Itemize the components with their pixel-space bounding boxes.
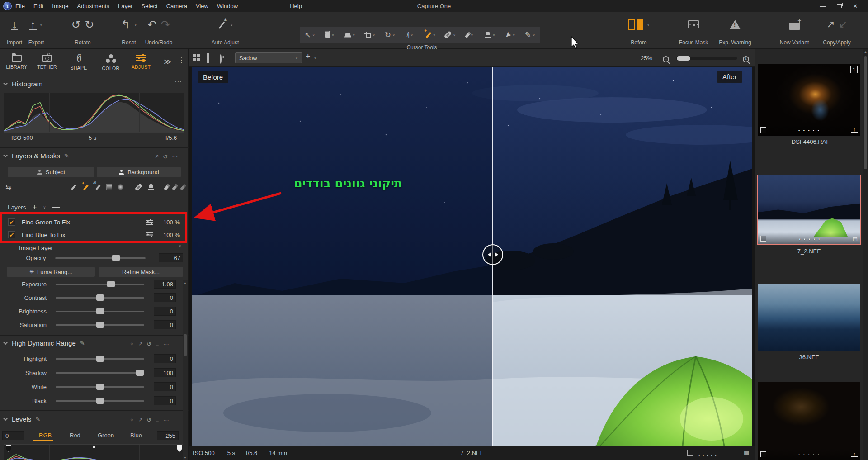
layer-collapse-icon[interactable]: ▼: [178, 244, 182, 248]
levels-min-input[interactable]: 0: [2, 431, 24, 440]
thumb-checkbox[interactable]: [760, 451, 766, 457]
menu-window[interactable]: Window: [217, 3, 238, 9]
scroll-thumb[interactable]: [864, 56, 867, 169]
tab-color[interactable]: COLOR: [97, 52, 125, 71]
filmstrip-scrollbar[interactable]: ▲: [863, 49, 868, 460]
erase-mask-icon[interactable]: [164, 184, 170, 190]
slider-thumb[interactable]: [96, 322, 104, 328]
more-icon[interactable]: ⋯: [163, 417, 169, 423]
slider-thumb[interactable]: [96, 308, 104, 314]
zoom-level[interactable]: 25%: [641, 55, 652, 62]
thumb-rating-dots[interactable]: [766, 126, 851, 134]
menu-edit[interactable]: Edit: [33, 3, 43, 9]
shadow-value[interactable]: 100: [154, 368, 176, 377]
slider-thumb[interactable]: [96, 384, 104, 390]
slider-thumb[interactable]: [107, 281, 115, 287]
panel-scrollbar[interactable]: ▲ ▼: [183, 280, 188, 460]
loupe-tool[interactable]: ∨: [340, 33, 360, 38]
brightness-slider[interactable]: [56, 311, 144, 312]
upload-icon[interactable]: ↑: [851, 451, 858, 457]
image-layer-row[interactable]: Image Layer: [19, 244, 53, 252]
reset-icon[interactable]: ↺: [163, 153, 168, 160]
slider-thumb[interactable]: [136, 370, 144, 376]
auto-wand-icon[interactable]: ✧: [129, 417, 134, 423]
slider-thumb[interactable]: [96, 294, 104, 301]
white-slider[interactable]: [56, 386, 144, 388]
refine-mask-button[interactable]: Refine Mask...: [99, 267, 183, 277]
compare-arrows-icon[interactable]: ⇆: [5, 183, 11, 191]
luma-range-button[interactable]: ✳ Luma Rang...: [7, 267, 95, 277]
thumbnail-dsf4406[interactable]: 1 ↑: [758, 64, 860, 136]
exposure-value[interactable]: 1.08: [154, 280, 176, 289]
magic-brush-tool[interactable]: ∨: [420, 31, 440, 39]
crop-tool[interactable]: ∨: [360, 32, 380, 38]
frame-icon[interactable]: [687, 450, 693, 456]
focus-mask-button[interactable]: Focus Mask: [675, 15, 712, 47]
list-icon[interactable]: ▤: [853, 235, 858, 242]
straighten-tool[interactable]: /|∨: [400, 31, 420, 38]
tab-library[interactable]: LIBRARY: [3, 52, 31, 70]
exposure-slider[interactable]: [56, 284, 144, 285]
heal-tool[interactable]: ∨: [440, 33, 460, 37]
chevron-down-icon[interactable]: ∨: [314, 56, 316, 60]
pin-icon[interactable]: ↗: [138, 341, 142, 347]
auto-wand-icon[interactable]: ✧: [129, 341, 134, 347]
saturation-slider[interactable]: [56, 324, 144, 326]
histogram-more-icon[interactable]: ⋯: [175, 77, 182, 86]
contrast-value[interactable]: 0: [154, 293, 176, 302]
levels-max-input[interactable]: 255: [157, 431, 179, 440]
saturation-value[interactable]: 0: [154, 320, 176, 329]
subject-mask-button[interactable]: Subject: [8, 167, 94, 177]
heal-mask-icon[interactable]: [135, 183, 143, 191]
before-toggle-button[interactable]: ∨ Before: [623, 15, 655, 47]
hdr-header[interactable]: High Dynamic Range ✎: [5, 339, 85, 347]
scroll-up-icon[interactable]: ▲: [864, 50, 867, 53]
remove-layer-icon[interactable]: —: [52, 203, 60, 212]
photo-before-after[interactable]: [192, 67, 752, 446]
zoom-in-button[interactable]: +: [743, 54, 749, 62]
import-button[interactable]: ↓ Import: [4, 15, 25, 47]
menu-select[interactable]: Select: [142, 3, 158, 9]
thumb-checkbox[interactable]: [760, 236, 766, 242]
menu-icon[interactable]: ≡: [156, 341, 159, 347]
pick-tool[interactable]: ➤∨: [500, 30, 520, 40]
list-view-icon[interactable]: ▤: [744, 449, 749, 456]
proof-view-button[interactable]: [220, 55, 222, 63]
minimize-button[interactable]: —: [816, 0, 830, 12]
reset-icon[interactable]: ↺: [146, 417, 151, 423]
thumb-checkbox[interactable]: [760, 127, 766, 133]
copy-apply-buttons[interactable]: ↗↙ Copy/Apply: [816, 15, 858, 47]
menu-layer[interactable]: Layer: [118, 3, 133, 9]
levels-channel-red[interactable]: Red: [70, 432, 80, 439]
exposure-warning-button[interactable]: Exp. Warning: [714, 15, 756, 47]
thumb-rating-dots[interactable]: [766, 234, 853, 242]
menu-camera[interactable]: Camera: [166, 3, 187, 9]
zoom-slider-thumb[interactable]: [677, 56, 690, 61]
menu-help[interactable]: Help: [290, 3, 302, 9]
auto-adjust-button[interactable]: ∨ Auto Adjust: [204, 15, 246, 47]
thumbnail-cave[interactable]: ↑: [758, 382, 860, 460]
tab-adjust[interactable]: ADJUST: [127, 52, 155, 70]
draw-mask-brush-icon[interactable]: [70, 184, 76, 191]
pin-icon[interactable]: ↗: [155, 154, 159, 160]
slider-thumb[interactable]: [96, 356, 104, 362]
levels-channel-blue[interactable]: Blue: [130, 432, 142, 439]
shadow-slider[interactable]: [56, 372, 144, 374]
zoom-out-button[interactable]: −: [663, 54, 669, 62]
add-view-button[interactable]: +: [306, 52, 311, 62]
erase-tool[interactable]: ∨: [460, 32, 480, 38]
opacity-slider[interactable]: [55, 257, 146, 259]
export-button[interactable]: ↑∨ Export: [24, 15, 49, 47]
more-tabs-icon[interactable]: ≫: [164, 57, 172, 66]
split-drag-handle[interactable]: [482, 244, 503, 265]
erase-line-icon[interactable]: [172, 184, 178, 190]
black-value[interactable]: 0: [154, 396, 176, 405]
levels-channel-rgb[interactable]: RGB: [39, 432, 52, 439]
menu-file[interactable]: File: [15, 3, 25, 9]
scroll-thumb[interactable]: [184, 334, 187, 356]
pan-tool[interactable]: ∨: [320, 32, 340, 38]
menu-view[interactable]: View: [196, 3, 208, 9]
add-layer-icon[interactable]: +: [33, 203, 37, 212]
rotate-buttons[interactable]: ↺↻ Rotate: [63, 15, 102, 47]
rating-dots[interactable]: [698, 451, 717, 459]
